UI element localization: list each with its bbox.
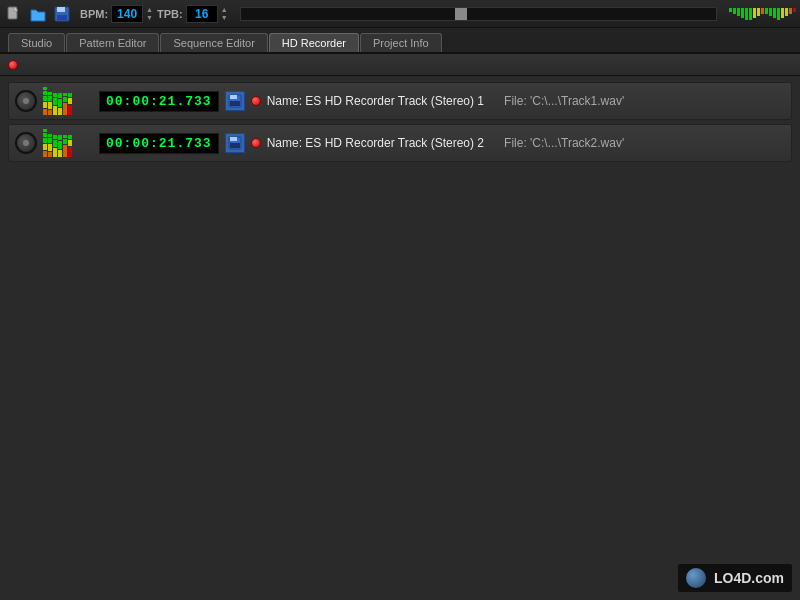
meter-bar (53, 140, 57, 147)
meter-bar (789, 8, 792, 14)
meter-bar (43, 109, 47, 115)
tab-project-info[interactable]: Project Info (360, 33, 442, 52)
table-row: 00:00:21.733 Name: ES HD Recorder Track … (8, 124, 792, 162)
meter-bar (773, 8, 776, 18)
tpb-value[interactable]: 16 (186, 5, 218, 23)
meter-bar (43, 102, 47, 108)
meter-bar (63, 93, 67, 96)
svg-rect-6 (230, 101, 240, 106)
svg-rect-2 (57, 7, 65, 12)
tpb-spinner[interactable]: ▲ ▼ (221, 6, 228, 22)
meter-bar (745, 8, 748, 20)
meter-bar (741, 8, 744, 18)
meter-bar (793, 8, 796, 12)
bpm-label: BPM: (80, 8, 108, 20)
table-row: 00:00:21.733 Name: ES HD Recorder Track … (8, 82, 792, 120)
tpb-label: TPB: (157, 8, 183, 20)
meter-bar (53, 93, 57, 97)
meter-bar (63, 139, 67, 144)
master-level-meters (729, 8, 796, 20)
watermark: LO4D.com (678, 564, 792, 592)
track-name: Name: ES HD Recorder Track (Stereo) 1 (267, 94, 484, 108)
meter-bar (43, 129, 47, 132)
meter-bar (63, 103, 67, 115)
track-timer: 00:00:21.733 (99, 133, 219, 154)
track-list: 00:00:21.733 Name: ES HD Recorder Track … (0, 76, 800, 168)
meter-bar (43, 151, 47, 157)
meter-bar (58, 108, 62, 115)
meter-bar (48, 96, 52, 101)
meter-bar (43, 133, 47, 137)
meter-bar (58, 150, 62, 157)
svg-rect-5 (230, 95, 237, 99)
record-indicator[interactable] (8, 60, 18, 70)
meter-bar (68, 98, 72, 104)
meter-bar (48, 102, 52, 109)
track-level-meters (43, 87, 93, 115)
bpm-spinner[interactable]: ▲ ▼ (146, 6, 153, 22)
svg-rect-9 (230, 143, 240, 148)
svg-rect-8 (230, 137, 237, 141)
meter-bar (43, 91, 47, 95)
meter-bar (48, 144, 52, 151)
meter-bar (749, 8, 752, 20)
meter-bar (43, 96, 47, 101)
bpm-value[interactable]: 140 (111, 5, 143, 23)
tpb-section: TPB: 16 ▲ ▼ (157, 5, 228, 23)
svg-rect-3 (57, 15, 67, 20)
meter-bar (48, 110, 52, 115)
meter-bar (68, 135, 72, 139)
tab-sequence-editor[interactable]: Sequence Editor (160, 33, 267, 52)
meter-bar (777, 8, 780, 20)
meter-bar (43, 144, 47, 150)
record-bar (0, 54, 800, 76)
meter-bar (765, 8, 768, 14)
track-record-indicator[interactable] (251, 138, 261, 148)
meter-bar (48, 134, 52, 137)
track-save-button[interactable] (225, 91, 245, 111)
track-save-button[interactable] (225, 133, 245, 153)
tab-pattern-editor[interactable]: Pattern Editor (66, 33, 159, 52)
playback-position-bar[interactable] (240, 7, 717, 21)
meter-bar (785, 8, 788, 16)
meter-bar (58, 93, 62, 98)
track-power-button[interactable] (15, 90, 37, 112)
track-name: Name: ES HD Recorder Track (Stereo) 2 (267, 136, 484, 150)
meter-bar (43, 87, 47, 90)
meter-bar (48, 138, 52, 143)
meter-bar (58, 141, 62, 149)
content-area: 00:00:21.733 Name: ES HD Recorder Track … (0, 54, 800, 600)
track-file: File: 'C:\...\Track2.wav' (504, 136, 624, 150)
open-folder-icon[interactable] (28, 4, 48, 24)
meter-bar (729, 8, 732, 12)
meter-bar (769, 8, 772, 16)
tabs-bar: Studio Pattern Editor Sequence Editor HD… (0, 28, 800, 54)
meter-bar (68, 147, 72, 157)
meter-bar (761, 8, 764, 14)
meter-bar (63, 135, 67, 138)
meter-bar (753, 8, 756, 18)
meter-bar (68, 93, 72, 97)
tab-hd-recorder[interactable]: HD Recorder (269, 33, 359, 52)
track-info: Name: ES HD Recorder Track (Stereo) 2 Fi… (267, 136, 785, 150)
meter-bar (53, 135, 57, 139)
position-slider-handle[interactable] (455, 8, 467, 20)
new-file-icon[interactable] (4, 4, 24, 24)
meter-bar (781, 8, 784, 18)
meter-bar (48, 152, 52, 157)
save-file-icon[interactable] (52, 4, 72, 24)
meter-bar (68, 105, 72, 115)
meter-bar (58, 135, 62, 140)
track-file: File: 'C:\...\Track1.wav' (504, 94, 624, 108)
meter-bar (53, 148, 57, 157)
track-level-meters (43, 129, 93, 157)
track-record-indicator[interactable] (251, 96, 261, 106)
meter-bar (757, 8, 760, 16)
tab-studio[interactable]: Studio (8, 33, 65, 52)
meter-bar (53, 98, 57, 105)
track-power-button[interactable] (15, 132, 37, 154)
meter-bar (733, 8, 736, 14)
meter-bar (58, 99, 62, 107)
track-info: Name: ES HD Recorder Track (Stereo) 1 Fi… (267, 94, 785, 108)
meter-bar (63, 145, 67, 157)
